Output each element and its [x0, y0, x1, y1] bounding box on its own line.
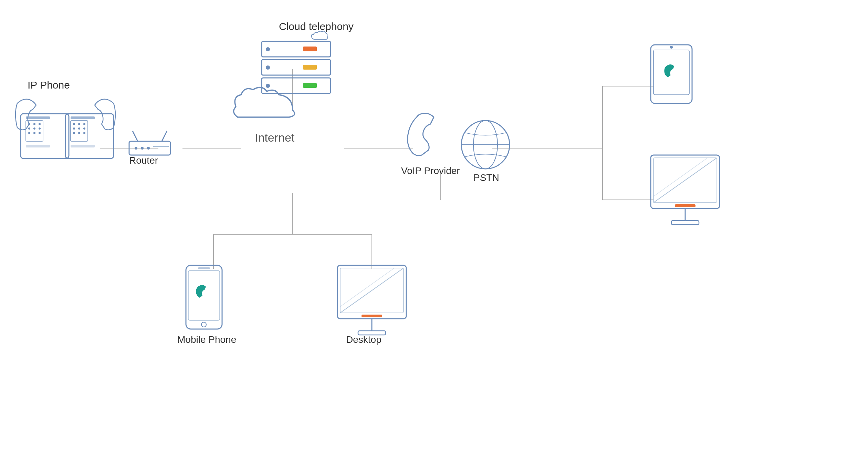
svg-rect-71: [198, 267, 210, 269]
svg-line-75: [340, 268, 394, 307]
svg-point-36: [78, 132, 80, 134]
svg-line-41: [162, 131, 167, 141]
svg-rect-68: [186, 265, 222, 329]
svg-point-18: [28, 127, 30, 130]
svg-point-30: [78, 123, 80, 125]
svg-rect-59: [653, 50, 689, 95]
cloud-telephony-label: Cloud telephony: [279, 21, 354, 32]
svg-rect-46: [262, 41, 331, 57]
voip-provider-label: VoIP Provider: [401, 165, 460, 176]
svg-rect-67: [675, 204, 696, 207]
svg-rect-51: [303, 65, 317, 70]
svg-point-19: [33, 127, 35, 130]
svg-point-32: [73, 127, 75, 130]
svg-rect-38: [71, 145, 95, 147]
svg-rect-25: [26, 145, 50, 147]
svg-point-37: [83, 132, 85, 134]
svg-point-21: [28, 132, 30, 134]
svg-line-74: [340, 268, 404, 313]
svg-point-31: [83, 123, 85, 125]
svg-rect-66: [671, 221, 699, 225]
svg-point-22: [33, 132, 35, 134]
svg-point-44: [147, 147, 150, 150]
svg-point-33: [78, 127, 80, 130]
svg-line-40: [133, 131, 138, 141]
mobile-phone-label: Mobile Phone: [177, 334, 236, 345]
svg-rect-49: [262, 60, 331, 75]
ip-phone-label: IP Phone: [28, 79, 70, 91]
svg-rect-78: [362, 315, 382, 317]
svg-point-34: [83, 127, 85, 130]
svg-point-50: [266, 65, 270, 70]
svg-point-53: [266, 84, 270, 88]
svg-line-64: [653, 158, 708, 196]
svg-point-16: [33, 123, 35, 125]
pstn-label: PSTN: [473, 172, 499, 183]
svg-point-35: [73, 132, 75, 134]
svg-rect-69: [188, 270, 220, 320]
svg-line-63: [653, 158, 717, 203]
svg-point-70: [201, 322, 206, 327]
svg-rect-52: [262, 78, 331, 93]
svg-point-42: [135, 147, 137, 150]
svg-point-60: [670, 46, 673, 49]
svg-point-23: [39, 132, 41, 134]
svg-point-15: [28, 123, 30, 125]
svg-point-29: [73, 123, 75, 125]
svg-rect-54: [303, 83, 317, 88]
svg-point-17: [39, 123, 41, 125]
router-label: Router: [129, 155, 158, 166]
svg-point-20: [39, 127, 41, 130]
svg-rect-48: [303, 47, 317, 51]
svg-rect-27: [71, 116, 95, 119]
svg-point-43: [141, 147, 144, 150]
svg-rect-24: [26, 116, 50, 119]
internet-label: Internet: [255, 131, 294, 144]
desktop-label: Desktop: [346, 334, 381, 345]
svg-point-47: [266, 47, 270, 51]
